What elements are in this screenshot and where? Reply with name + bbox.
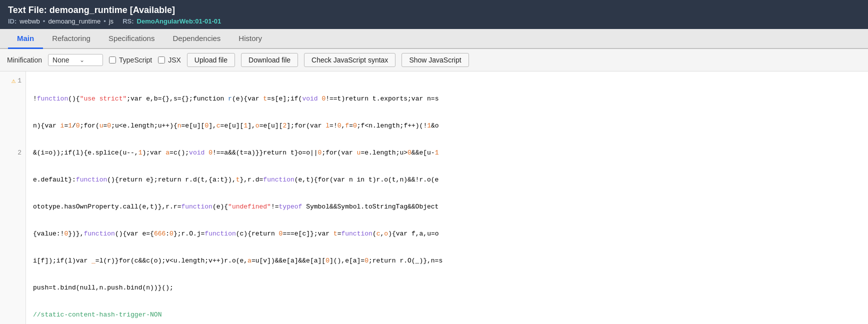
id-label: ID:	[8, 18, 16, 25]
show-javascript-button[interactable]: Show JavaScript	[402, 53, 468, 67]
tab-dependencies[interactable]: Dependencies	[164, 29, 230, 49]
chevron-down-icon: ⌄	[80, 56, 84, 64]
toolbar: Minification None ⌄ TypeScript JSX Uploa…	[0, 49, 868, 72]
header-meta: ID: webwb • demoang_runtime • js RS: Dem…	[8, 18, 860, 25]
line-num-blank	[18, 94, 22, 104]
line-number-row	[0, 130, 26, 140]
meta-dot-2: •	[104, 18, 106, 25]
line-num-blank	[18, 86, 22, 94]
typescript-checkbox-group: TypeScript	[109, 56, 152, 64]
tab-history[interactable]: History	[230, 29, 271, 49]
tab-refactoring[interactable]: Refactoring	[43, 29, 100, 49]
minification-select[interactable]: None ⌄	[48, 54, 103, 66]
code-line-8: push=t.bind(null,n.push.bind(n))}();	[33, 284, 861, 292]
rs-value: DemoAngularWeb:01-01-01	[137, 18, 222, 25]
warning-icon: ⚠	[12, 76, 16, 86]
line-num-blank	[18, 122, 22, 130]
check-javascript-button[interactable]: Check JavaScript syntax	[304, 53, 396, 67]
line-num-blank	[18, 104, 22, 112]
meta-dot-1: •	[43, 18, 46, 25]
line-number-row	[0, 112, 26, 122]
jsx-label[interactable]: JSX	[168, 56, 181, 64]
code-line-6: {value:!0})},function(){var e={666:0};r.…	[33, 230, 861, 238]
tab-specifications[interactable]: Specifications	[100, 29, 164, 49]
code-line-4: e.default}:function(){return e};return r…	[33, 176, 861, 184]
line-number-row	[0, 104, 26, 112]
id-filename: demoang_runtime	[48, 18, 100, 25]
line-num-blank	[18, 140, 22, 148]
jsx-checkbox[interactable]	[158, 56, 165, 64]
line-number-row	[0, 86, 26, 94]
minification-label: Minification	[7, 56, 42, 64]
upload-file-button[interactable]: Upload file	[187, 53, 235, 67]
line-number-row	[0, 140, 26, 148]
code-line-5: ototype.hasOwnProperty.call(e,t)},r.r=fu…	[33, 202, 861, 212]
jsx-checkbox-group: JSX	[158, 56, 181, 64]
line-num-2: 2	[18, 148, 22, 158]
code-content[interactable]: !function(){"use strict";var e,b={},s={}…	[26, 72, 868, 324]
minification-value: None	[52, 56, 69, 64]
tab-main[interactable]: Main	[8, 29, 43, 49]
line-number-row	[0, 94, 26, 104]
line-num-blank	[18, 130, 22, 140]
typescript-checkbox[interactable]	[109, 56, 116, 64]
download-file-button[interactable]: Download file	[241, 53, 298, 67]
line-numbers: ⚠ 1 2	[0, 72, 26, 324]
line-number-row: 2	[0, 148, 26, 158]
line-num-blank	[18, 112, 22, 122]
id-value: webwb	[20, 18, 40, 25]
line-num-1: 1	[18, 76, 22, 86]
tabs-bar: Main Refactoring Specifications Dependen…	[0, 29, 868, 49]
typescript-label[interactable]: TypeScript	[119, 56, 152, 64]
page-title: Text File: demoang_runtime [Available]	[8, 5, 860, 16]
code-area: ⚠ 1 2 !function(){"use strict";var e,b={…	[0, 72, 868, 324]
code-line-3: &(i=o));if(l){e.splice(u--,1);var a=c();…	[33, 148, 861, 158]
code-line-9: //static-content-hash-trigger-NON	[33, 310, 861, 320]
code-line-2: n){var i=1/0;for(u=0;u<e.length;u++){n=e…	[33, 122, 861, 130]
line-number-row: ⚠ 1	[0, 76, 26, 86]
code-line-7: i[f]);if(l)var _=l(r)}for(c&&c(o);v<u.le…	[33, 256, 861, 266]
line-number-row	[0, 122, 26, 130]
code-line-1: !function(){"use strict";var e,b={},s={}…	[33, 94, 861, 104]
header: Text File: demoang_runtime [Available] I…	[0, 0, 868, 29]
rs-label: RS:	[122, 18, 134, 25]
id-ext: js	[109, 18, 114, 25]
